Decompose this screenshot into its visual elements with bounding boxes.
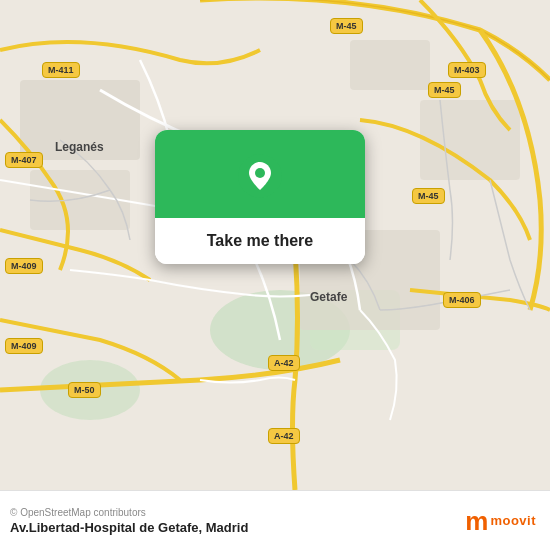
footer-left: © OpenStreetMap contributors Av.Libertad… (10, 507, 248, 535)
popup-icon-area (155, 130, 365, 218)
svg-point-10 (255, 168, 265, 178)
footer: © OpenStreetMap contributors Av.Libertad… (0, 490, 550, 550)
location-name: Av.Libertad-Hospital de Getafe, Madrid (10, 520, 248, 535)
popup-card: Take me there (155, 130, 365, 264)
map-container: Leganés Getafe M-45 M-45 M-45 M-411 M-40… (0, 0, 550, 490)
svg-rect-7 (420, 100, 520, 180)
svg-point-3 (40, 360, 140, 420)
moovit-m-letter: m (465, 508, 487, 534)
svg-rect-6 (350, 40, 430, 90)
location-pin-icon (236, 152, 284, 200)
take-me-there-button[interactable]: Take me there (155, 218, 365, 264)
moovit-logo: m moovit (465, 508, 536, 534)
svg-rect-4 (20, 80, 140, 160)
attribution-text: © OpenStreetMap contributors (10, 507, 248, 518)
moovit-text: moovit (490, 513, 536, 528)
